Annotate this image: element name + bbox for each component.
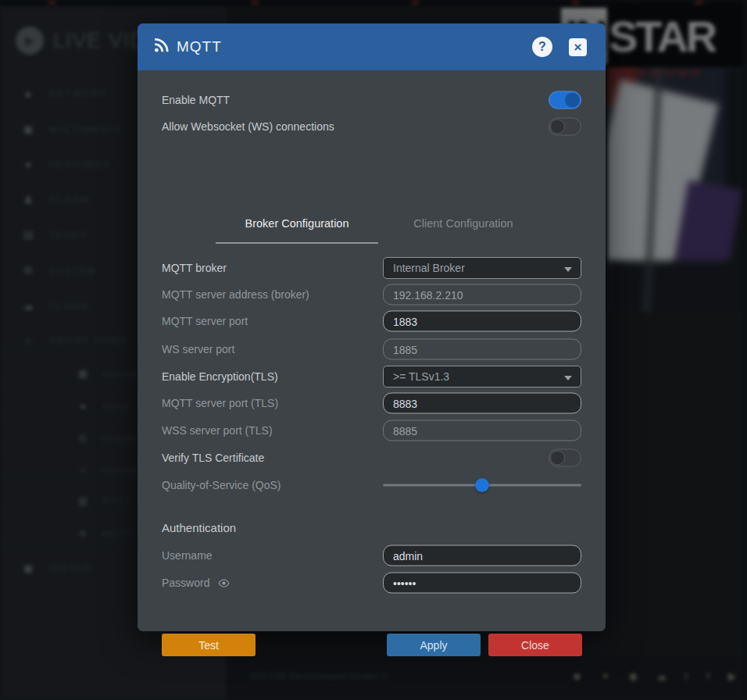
- password-label-text: Password: [162, 577, 209, 589]
- ws-server-port-label: WS server port: [162, 343, 234, 355]
- toggle-knob: [550, 120, 565, 134]
- mqtt-broker-label: MQTT broker: [162, 262, 227, 274]
- qos-label: Quality-of-Service (QoS): [162, 479, 281, 491]
- mqtt-server-port-tls-row: MQTT server port (TLS): [138, 390, 606, 416]
- mqtt-server-address-row: MQTT server address (broker): [138, 281, 606, 308]
- configuration-tabs: Broker Configuration Client Configuratio…: [138, 208, 606, 244]
- verify-tls-certificate-label: Verify TLS Certificate: [162, 452, 264, 464]
- chevron-down-icon: [564, 376, 572, 380]
- qos-slider-handle[interactable]: [475, 478, 489, 492]
- mqtt-broker-row: MQTT broker Internal Broker: [138, 255, 606, 281]
- toggle-knob: [565, 93, 580, 108]
- eye-icon[interactable]: [218, 579, 230, 588]
- close-icon[interactable]: ×: [569, 38, 587, 56]
- verify-tls-certificate-toggle[interactable]: [549, 449, 581, 467]
- wss-server-port-tls-row: WSS server port (TLS): [138, 417, 606, 444]
- close-button[interactable]: Close: [488, 634, 582, 656]
- mqtt-server-port-row: MQTT server port: [138, 308, 606, 334]
- modal-body: Enable MQTT Allow Websocket (WS) connect…: [138, 70, 606, 631]
- password-row: Password: [138, 570, 606, 596]
- allow-websocket-row: Allow Websocket (WS) connections: [138, 113, 606, 140]
- apply-button[interactable]: Apply: [387, 634, 481, 656]
- modal-header: MQTT ? ×: [138, 23, 606, 70]
- enable-mqtt-label: Enable MQTT: [162, 94, 230, 106]
- mqtt-server-address-input: [383, 284, 581, 305]
- test-button[interactable]: Test: [162, 634, 256, 656]
- username-input[interactable]: [383, 545, 581, 566]
- username-label: Username: [162, 549, 213, 562]
- enable-mqtt-toggle[interactable]: [549, 91, 581, 109]
- allow-websocket-label: Allow Websocket (WS) connections: [162, 120, 334, 133]
- instar-camera-ui: ▶ LIVE VIDEO ▲ NETWORK ▣ MULTIMEDIA ● FE…: [0, 0, 747, 700]
- mqtt-server-port-label: MQTT server port: [162, 315, 248, 327]
- help-icon[interactable]: ?: [532, 37, 552, 57]
- password-label: Password: [162, 577, 230, 589]
- verify-tls-certificate-row: Verify TLS Certificate: [138, 445, 606, 471]
- password-input[interactable]: [383, 573, 581, 594]
- mqtt-server-port-input[interactable]: [383, 311, 581, 332]
- mqtt-broker-select[interactable]: Internal Broker: [383, 257, 581, 279]
- username-row: Username: [138, 542, 606, 569]
- authentication-heading: Authentication: [162, 516, 236, 539]
- tab-broker-configuration[interactable]: Broker Configuration: [216, 208, 378, 244]
- ws-server-port-row: WS server port: [138, 336, 606, 362]
- mqtt-server-port-tls-label: MQTT server port (TLS): [162, 397, 278, 409]
- ws-server-port-input: [383, 339, 581, 360]
- mqtt-broker-selected-value: Internal Broker: [393, 262, 465, 274]
- modal-title: MQTT: [177, 38, 222, 55]
- toggle-knob: [550, 451, 565, 466]
- mqtt-server-address-label: MQTT server address (broker): [162, 288, 309, 301]
- broadcast-icon: [153, 38, 170, 57]
- mqtt-server-port-tls-input[interactable]: [383, 393, 581, 414]
- allow-websocket-toggle[interactable]: [549, 118, 581, 136]
- qos-row: Quality-of-Service (QoS): [138, 472, 606, 498]
- tls-version-selected-value: >= TLSv1.3: [393, 370, 449, 383]
- wss-server-port-tls-label: WSS server port (TLS): [162, 424, 273, 437]
- authentication-heading-text: Authentication: [162, 521, 236, 534]
- enable-mqtt-row: Enable MQTT: [138, 87, 606, 113]
- enable-encryption-label: Enable Encryption(TLS): [162, 370, 278, 383]
- mqtt-modal: MQTT ? × Enable MQTT Allow Websocket (WS…: [138, 23, 606, 631]
- enable-encryption-row: Enable Encryption(TLS) >= TLSv1.3: [138, 363, 606, 390]
- tls-version-select[interactable]: >= TLSv1.3: [383, 366, 581, 388]
- wss-server-port-tls-input: [383, 420, 581, 441]
- chevron-down-icon: [564, 267, 572, 272]
- tab-client-configuration[interactable]: Client Configuration: [382, 208, 545, 244]
